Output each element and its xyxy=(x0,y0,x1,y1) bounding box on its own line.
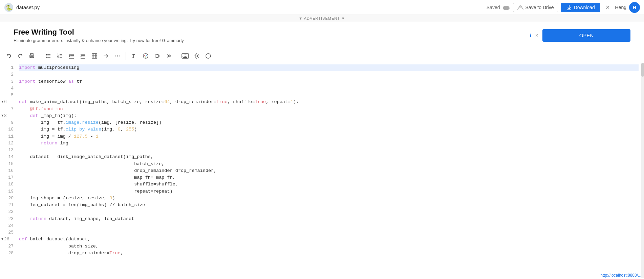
undo-button[interactable] xyxy=(4,51,14,61)
line-num-7: 7 xyxy=(1,106,14,113)
code-line-11: img = img / 127.5 - 1 xyxy=(19,133,639,140)
code-line-2 xyxy=(19,71,639,78)
svg-text:3.: 3. xyxy=(57,56,59,58)
code-line-22 xyxy=(19,208,639,215)
palette-button[interactable] xyxy=(141,51,150,61)
svg-marker-6 xyxy=(518,5,522,8)
ad-subtitle: Eliminate grammar errors instantly & enh… xyxy=(14,38,184,43)
code-line-21: len_dataset = len(img_paths) // batch_si… xyxy=(19,202,639,208)
svg-point-46 xyxy=(145,57,146,58)
drive-icon xyxy=(517,5,523,10)
list-unordered-button[interactable] xyxy=(44,51,53,61)
font-button[interactable]: T xyxy=(129,51,139,61)
svg-point-40 xyxy=(117,56,118,57)
code-line-8: def _map_fn(img): xyxy=(19,113,639,119)
search-button[interactable] xyxy=(152,51,162,61)
code-line-18: shuffle=shuffle, xyxy=(19,181,639,188)
svg-rect-10 xyxy=(30,54,33,55)
code-line-14: dataset = disk_image_batch_dataset(img_p… xyxy=(19,154,639,160)
svg-point-17 xyxy=(46,57,47,58)
line-num-24: 24 xyxy=(1,222,14,229)
indent-button[interactable] xyxy=(67,51,76,61)
code-line-3: import tensorflow as tf xyxy=(19,78,639,85)
svg-point-45 xyxy=(146,55,147,56)
ad-text: Free Writing Tool Eliminate grammar erro… xyxy=(14,28,184,43)
code-line-15: batch_size, xyxy=(19,161,639,167)
line-num-23: 23 xyxy=(1,216,14,222)
ad-bar-label: ▼ ADVERTISEMENT ▼ xyxy=(299,16,345,20)
code-line-4 xyxy=(19,85,639,92)
save-to-drive-label: Save to Drive xyxy=(525,5,554,10)
username[interactable]: Heng xyxy=(615,5,626,10)
ad-bar: ▼ ADVERTISEMENT ▼ xyxy=(0,15,644,22)
more-button[interactable] xyxy=(113,51,122,61)
ad-actions: ℹ × OPEN xyxy=(530,29,630,42)
arrow-button[interactable] xyxy=(101,51,111,61)
svg-point-4 xyxy=(506,6,509,9)
line-num-18: 18 xyxy=(1,181,14,188)
line-num-12: 12 xyxy=(1,140,14,147)
svg-point-15 xyxy=(46,56,47,56)
line-num-27: 27 xyxy=(1,243,14,250)
line-num-9: 9 xyxy=(1,119,14,126)
line-num-2: 2 xyxy=(1,71,14,78)
ad-info-icon[interactable]: ℹ xyxy=(530,33,531,38)
filename: dataset.py xyxy=(16,4,484,10)
line-num-20: 20 xyxy=(1,195,14,202)
svg-point-58 xyxy=(196,55,198,57)
svg-point-12 xyxy=(33,56,34,56)
forward-button[interactable] xyxy=(164,51,173,61)
code-line-17: map_fn=_map_fn, xyxy=(19,174,639,181)
code-line-6: def make_anime_dataset(img_paths, batch_… xyxy=(19,99,639,105)
code-line-16: drop_remainder=drop_remainder, xyxy=(19,167,639,174)
saved-status: Saved xyxy=(487,5,510,10)
line-num-11: 11 xyxy=(1,133,14,140)
toolbar-separator-1 xyxy=(40,52,40,60)
line-num-26: ▼26 xyxy=(1,236,14,243)
save-to-drive-button[interactable]: Save to Drive xyxy=(513,3,558,12)
code-line-27: batch_size, xyxy=(19,243,639,250)
line-num-3: 3 xyxy=(1,78,14,85)
status-url: http://localhost:8888/... xyxy=(600,273,641,278)
line-num-10: 10 xyxy=(1,126,14,133)
table-button[interactable] xyxy=(90,51,99,61)
code-line-23: return dataset, img_shape, len_dataset xyxy=(19,216,639,222)
code-line-5 xyxy=(19,92,639,99)
close-button[interactable]: × xyxy=(603,3,613,11)
print-button[interactable] xyxy=(27,51,37,61)
code-line-25 xyxy=(19,229,639,236)
scrollbar-thumb[interactable] xyxy=(641,63,644,77)
settings-button[interactable] xyxy=(192,51,201,61)
scrollbar-track[interactable] xyxy=(641,63,644,278)
code-line-1: import multiprocessing xyxy=(19,64,639,71)
redo-button[interactable] xyxy=(16,51,25,61)
cloud-icon xyxy=(502,5,510,10)
svg-point-59 xyxy=(206,54,211,58)
code-line-28: drop_remainder=True, xyxy=(19,250,639,257)
code-content[interactable]: import multiprocessing import tensorflow… xyxy=(16,63,641,278)
code-line-10: img = tf.clip_by_value(img, 0, 255) xyxy=(19,126,639,133)
code-line-7: @tf.function xyxy=(19,106,639,113)
avatar[interactable]: H xyxy=(629,2,640,13)
ad-open-button[interactable]: OPEN xyxy=(542,29,630,42)
circle-button[interactable] xyxy=(203,51,213,61)
saved-label: Saved xyxy=(487,5,500,10)
line-num-8: ▼8 xyxy=(1,113,14,119)
outdent-button[interactable] xyxy=(78,51,88,61)
line-num-19: 19 xyxy=(1,188,14,195)
svg-point-39 xyxy=(115,56,116,57)
ad-close-icon[interactable]: × xyxy=(535,33,538,39)
keyboard-button[interactable] xyxy=(180,51,190,61)
advertisement: Free Writing Tool Eliminate grammar erro… xyxy=(0,22,644,49)
line-num-1: 1 xyxy=(1,64,14,71)
download-button[interactable]: Download xyxy=(561,3,600,12)
line-num-5: 5 xyxy=(1,92,14,99)
line-num-28: 28 xyxy=(1,250,14,257)
svg-rect-11 xyxy=(30,57,33,58)
svg-rect-33 xyxy=(92,54,97,58)
toolbar-separator-3 xyxy=(177,52,177,60)
code-line-24 xyxy=(19,222,639,229)
line-num-25: 25 xyxy=(1,229,14,236)
toolbar: 1.2.3. T xyxy=(0,49,644,63)
list-ordered-button[interactable]: 1.2.3. xyxy=(55,51,65,61)
